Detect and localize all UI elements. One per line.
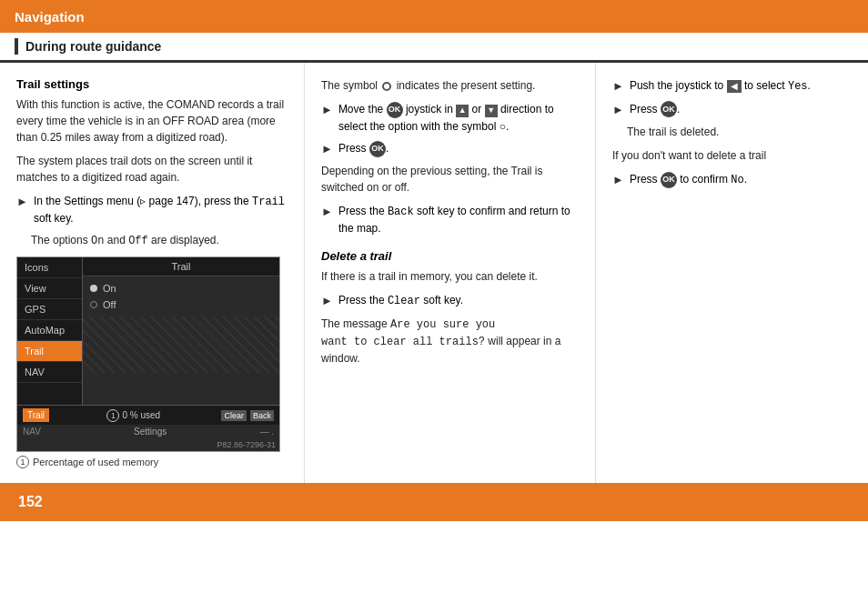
screen-image: Icons View GPS AutoMap Trail NAV Trail O…: [16, 256, 280, 452]
used-badge: 1 0 % used: [106, 409, 160, 422]
section-title: Trail settings: [16, 77, 288, 91]
menu-view: View: [17, 278, 82, 299]
bullet-confirm: ► Press OK to confirm No.: [612, 171, 852, 189]
screen-code: P82.86-7296-31: [17, 438, 279, 451]
options-text: The options On and Off are displayed.: [31, 232, 288, 249]
menu-gps: GPS: [17, 299, 82, 320]
bullet-arrow-1: ►: [16, 193, 28, 211]
ok-icon-move: OK: [387, 102, 403, 118]
bullet-arrow-confirm: ►: [612, 171, 624, 189]
bullet-move: ► Move the OK joystick in ▲ or ▼ directi…: [321, 101, 579, 135]
ok-icon-confirm: OK: [661, 172, 677, 188]
right-column: ► Push the joystick to ◀ to select Yes. …: [596, 63, 868, 483]
dot-on: [90, 285, 97, 292]
caption-text: Percentage of used memory: [33, 457, 158, 467]
bullet-move-text: Move the OK joystick in ▲ or ▼ direction…: [338, 101, 579, 135]
bullet-back-text: Press the Back soft key to confirm and r…: [338, 203, 579, 236]
bullet-confirm-text: Press OK to confirm No.: [630, 171, 747, 188]
page-header: Navigation: [0, 0, 868, 33]
menu-automap: AutoMap: [17, 320, 82, 341]
used-text: 0 % used: [122, 410, 160, 420]
subheader-bar: [15, 38, 18, 55]
bullet-push-text: Push the joystick to ◀ to select Yes.: [630, 77, 811, 95]
subsection-title: Delete a trail: [321, 249, 579, 263]
nav-label: NAV: [23, 427, 41, 437]
bullet-arrow-back: ►: [321, 203, 333, 221]
bullet-settings: ► In the Settings menu (▹ page 147), pre…: [16, 193, 288, 226]
para-nodelist: If you don't want to delete a trail: [612, 147, 852, 164]
subheader-title: During route guidance: [25, 39, 161, 54]
used-circle: 1: [106, 409, 119, 422]
bullet-back: ► Press the Back soft key to confirm and…: [321, 203, 579, 236]
screen-bottom: Trail 1 0 % used Clear Back: [17, 405, 279, 425]
left-arrow-icon: ◀: [727, 80, 742, 93]
down-arrow-icon: ▼: [485, 105, 498, 117]
subheader: During route guidance: [0, 33, 868, 63]
menu-right: Trail On Off: [83, 257, 279, 405]
caption: 1 Percentage of used memory: [16, 456, 288, 468]
bullet-settings-text: In the Settings menu (▹ page 147), press…: [34, 193, 288, 226]
menu-left: Icons View GPS AutoMap Trail NAV: [17, 257, 83, 405]
para1: With this function is active, the COMAND…: [16, 96, 288, 146]
para2: The system places trail dots on the scre…: [16, 153, 288, 186]
main-content: Trail settings With this function is act…: [0, 63, 868, 483]
dot-off: [90, 301, 97, 308]
bullet-arrow-press-r: ►: [612, 101, 624, 119]
menu-trail: Trail: [17, 341, 82, 362]
clear-btn: Clear: [221, 410, 247, 421]
bullet-arrow-clear: ►: [321, 292, 333, 310]
page-footer: 152: [0, 483, 868, 521]
bullet-push: ► Push the joystick to ◀ to select Yes.: [612, 77, 852, 95]
option-off: Off: [90, 296, 272, 313]
page-number: 152: [18, 494, 43, 510]
bullet-press-right-text: Press OK.: [630, 101, 680, 118]
header-title: Navigation: [15, 9, 85, 25]
bullet-clear-text: Press the Clear soft key.: [338, 292, 463, 309]
up-arrow-icon: ▲: [456, 105, 469, 117]
para-symbol: The symbol indicates the present setting…: [321, 77, 579, 94]
bullet-arrow-push: ►: [612, 77, 624, 95]
circle-present: [382, 82, 391, 91]
ok-icon-press1: OK: [369, 141, 386, 157]
ok-icon-right: OK: [661, 101, 677, 117]
trail-options: On Off: [83, 276, 279, 317]
bullet-arrow-move: ►: [321, 101, 333, 119]
screen-menu: Icons View GPS AutoMap Trail NAV Trail O…: [17, 257, 279, 405]
back-btn: Back: [250, 410, 274, 421]
option-on: On: [90, 280, 272, 296]
trail-header: Trail: [83, 257, 279, 276]
caption-circle: 1: [16, 456, 29, 468]
left-column: Trail settings With this function is act…: [0, 63, 305, 483]
bullet-arrow-press1: ►: [321, 140, 333, 158]
bullet-press-text: Press OK.: [338, 140, 389, 157]
bullet-press-ok: ► Press OK.: [321, 140, 579, 158]
para-delete1: If there is a trail in memory, you can d…: [321, 268, 579, 285]
option-on-label: On: [103, 283, 116, 294]
menu-icons: Icons: [17, 257, 82, 278]
option-off-label: Off: [103, 299, 116, 310]
mid-column: The symbol indicates the present setting…: [305, 63, 596, 483]
bottom-buttons: Clear Back: [217, 410, 274, 421]
menu-nav: NAV: [17, 362, 82, 383]
settings-label: Settings: [134, 427, 167, 437]
screen-nav-row: NAV Settings — .: [17, 425, 279, 438]
delete-section: Delete a trail If there is a trail in me…: [321, 249, 579, 367]
para-message: The message Are you sure youwant to clea…: [321, 316, 579, 367]
para-depending: Depending on the previous setting, the T…: [321, 163, 579, 196]
bullet-press-right: ► Press OK.: [612, 101, 852, 119]
info-deleted: The trail is deleted.: [627, 124, 852, 140]
map-background: [83, 317, 279, 373]
trail-bottom-label: Trail: [23, 408, 49, 422]
dots-label: — .: [259, 427, 274, 437]
bullet-clear: ► Press the Clear soft key.: [321, 292, 579, 310]
